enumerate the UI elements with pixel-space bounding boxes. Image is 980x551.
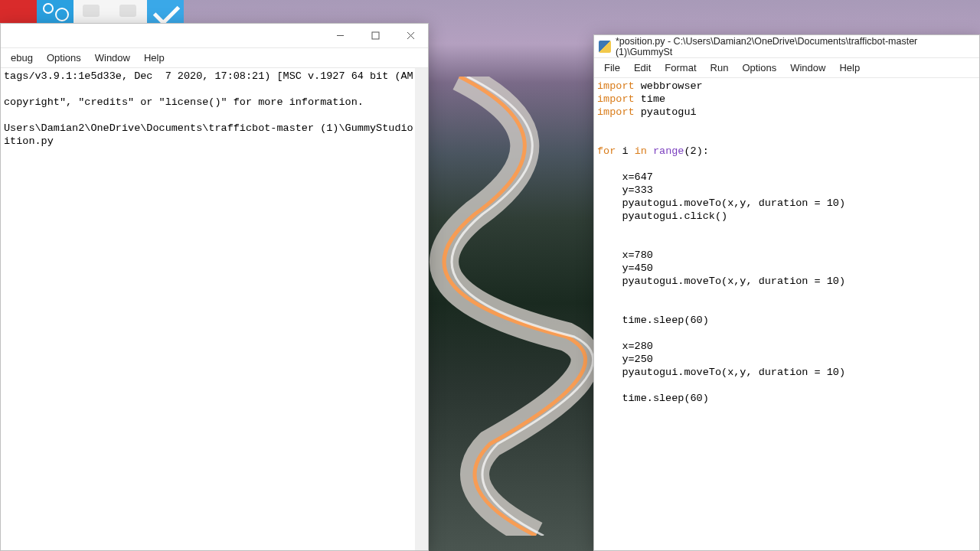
idle-editor-window[interactable]: *position.py - C:\Users\Damian2\OneDrive…: [593, 34, 980, 551]
shell-output[interactable]: tags/v3.9.1:1e5d33e, Dec 7 2020, 17:08:2…: [1, 68, 428, 550]
maximize-button[interactable]: [358, 24, 393, 48]
menu-item-options[interactable]: Options: [735, 62, 783, 73]
minimize-button[interactable]: [322, 24, 358, 48]
taskbar-icon-red[interactable]: [0, 0, 37, 23]
menu-item-edit[interactable]: Edit: [627, 62, 658, 73]
menu-item-options[interactable]: Options: [40, 52, 88, 64]
idle-shell-window[interactable]: ebugOptionsWindowHelp tags/v3.9.1:1e5d33…: [0, 23, 429, 551]
titlebar[interactable]: *position.py - C:\Users\Damian2\OneDrive…: [594, 35, 979, 58]
wallpaper-road: [429, 77, 597, 536]
menu-item-window[interactable]: Window: [783, 62, 832, 73]
menu-item-help[interactable]: Help: [137, 52, 172, 64]
taskbar-icon-box[interactable]: [74, 0, 110, 23]
titlebar[interactable]: [1, 24, 428, 48]
menu-item-help[interactable]: Help: [832, 62, 867, 73]
code-text: import webbrowser import time import pya…: [597, 80, 976, 405]
menu-bar[interactable]: ebugOptionsWindowHelp: [1, 48, 428, 68]
desktop-taskbar-icons: [0, 0, 184, 23]
taskbar-icon-check[interactable]: [147, 0, 184, 23]
menu-item-file[interactable]: File: [597, 62, 627, 73]
svg-rect-1: [372, 32, 379, 39]
menu-item-ebug[interactable]: ebug: [4, 52, 40, 64]
close-button[interactable]: [393, 24, 428, 48]
menu-item-format[interactable]: Format: [658, 62, 703, 73]
taskbar-icon-bubbles[interactable]: [37, 0, 74, 23]
scrollbar[interactable]: [415, 68, 428, 550]
menu-item-run[interactable]: Run: [704, 62, 736, 73]
code-editor[interactable]: import webbrowser import time import pya…: [594, 78, 979, 550]
menu-item-window[interactable]: Window: [88, 52, 137, 64]
taskbar-icon-box2[interactable]: [110, 0, 147, 23]
python-icon: [599, 41, 611, 53]
menu-bar[interactable]: FileEditFormatRunOptionsWindowHelp: [594, 58, 979, 78]
shell-text: tags/v3.9.1:1e5d33e, Dec 7 2020, 17:08:2…: [4, 70, 425, 148]
window-title: *position.py - C:\Users\Damian2\OneDrive…: [616, 36, 975, 57]
